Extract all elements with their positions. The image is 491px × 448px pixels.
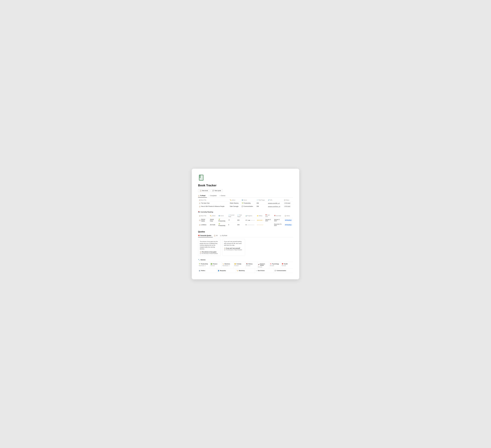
genre-count: No book bbox=[258, 266, 268, 268]
heart-icon: ❤️ bbox=[198, 235, 200, 236]
new-quote-button[interactable]: 💬 New quote bbox=[211, 189, 223, 192]
quotes-tabs: ❤️ Favourite Quotes 📋 All 📖 By Book bbox=[198, 234, 293, 237]
genre-name: 💬 Communication bbox=[274, 270, 292, 271]
cell-status: To read bbox=[283, 205, 293, 208]
cell-total-pages: 336 bbox=[256, 202, 267, 205]
cr-col-progress: 📊Progress bbox=[245, 214, 256, 218]
genre-name: 🧠 Psychology bbox=[270, 263, 280, 265]
tab-to-read[interactable]: 📋 To Read bbox=[198, 194, 207, 198]
genre-name: 🌱 Productivity bbox=[199, 263, 209, 265]
quotes-grid: The winners of any game are the people w… bbox=[198, 239, 245, 256]
genre-icon: 🏛️ bbox=[199, 270, 200, 271]
cell-title: 📋Limitless bbox=[198, 223, 209, 227]
cell-author: Robin Sharma bbox=[229, 202, 241, 205]
tab-all-quotes[interactable]: 📋 All bbox=[214, 234, 219, 237]
cell-author: James Clear bbox=[209, 218, 217, 223]
genre-name: 📚 History bbox=[246, 263, 256, 265]
cell-genre: 🌱 Productivity bbox=[241, 202, 255, 205]
book-icon-small: 📋 bbox=[200, 251, 201, 253]
genres-section: 🔧 Genres 🌱 Productivity Total Books: 3 💹… bbox=[198, 259, 293, 273]
cr-col-author: ✏️Author bbox=[209, 214, 217, 218]
tab-by-book[interactable]: 📖 By Book bbox=[220, 234, 229, 237]
quote-source: 📖 The Almanack of Naval Ravikant bbox=[224, 249, 243, 250]
new-quote-icon: 💬 bbox=[212, 190, 214, 191]
cell-total-pages: 208 bbox=[256, 205, 267, 208]
cell-author: Jim Kwik bbox=[209, 223, 217, 227]
genre-icon: ❤️ bbox=[282, 263, 283, 265]
list-icon: ≡ bbox=[220, 195, 220, 196]
cell-author: Dale Carnegie bbox=[229, 205, 241, 208]
source-icon: 📖 bbox=[224, 249, 225, 250]
tab-genres[interactable]: ≡ Genres bbox=[220, 194, 227, 198]
quotes-title: Quotes bbox=[198, 231, 293, 233]
genre-icon: 📚 bbox=[246, 263, 248, 265]
col-genre: ⚙️Genre bbox=[241, 199, 255, 202]
genre-icon: 😊 bbox=[234, 263, 236, 265]
col-author: ✏️Author bbox=[229, 199, 241, 202]
table-row: 📋Atomic Habits James Clear 🌱 Productivit… bbox=[198, 218, 293, 223]
genre-icon: 🏷️ bbox=[237, 270, 238, 271]
genre-icon: ☁️ bbox=[256, 270, 257, 271]
main-window: Book Tracker 📋 New book 💬 New quote 📋 To… bbox=[192, 169, 299, 279]
tab-completed[interactable]: ✓ Completed bbox=[208, 194, 218, 198]
svg-rect-4 bbox=[200, 175, 203, 175]
cell-title: 📋How to Win Friends & Influence People bbox=[198, 205, 229, 208]
cell-end-date: December 31, 2023 bbox=[273, 223, 284, 227]
to-read-tabs: 📋 To Read ✓ Completed ≡ Genres bbox=[198, 194, 293, 198]
app-title: Book Tracker bbox=[198, 184, 293, 187]
col-total-pages: 📄Total Pages bbox=[256, 199, 267, 202]
col-url: 🔗URL bbox=[267, 199, 283, 202]
quote-title: 📋 If you can't see yourself bbox=[224, 247, 243, 249]
genre-count: Total Books: 1 bbox=[222, 265, 233, 266]
genre-icon: 🏷️ bbox=[222, 263, 224, 265]
genres-row1: 🌱 Productivity Total Books: 3 💹 Finance … bbox=[198, 262, 293, 269]
genre-icon: 🧠 bbox=[270, 263, 272, 265]
genre-name: 🏷️ Marketing bbox=[237, 270, 254, 271]
cell-url[interactable]: amazon.com/How...url bbox=[267, 205, 283, 208]
cr-col-title: 📋Book Title bbox=[198, 214, 209, 218]
new-book-icon: 📋 bbox=[200, 190, 201, 191]
genre-name: 👤 Biography bbox=[218, 270, 235, 271]
currently-reading-section: 📚 Currently Reading 📋Book Title ✏️Author… bbox=[198, 211, 293, 227]
svg-rect-3 bbox=[200, 175, 200, 178]
book-tab-icon: 📖 bbox=[220, 235, 222, 236]
cell-status: Reading bbox=[284, 218, 293, 223]
check-icon: ✓ bbox=[208, 195, 209, 196]
cell-genre: 🌱 Productivity bbox=[217, 223, 227, 227]
to-read-table: 📋Book Title ✏️Author ⚙️Genre 📄Total Page… bbox=[198, 199, 293, 208]
genre-cell: ❤️ Health No book bbox=[281, 262, 293, 269]
genres-row2: 🏛️ Politics 👤 Biography 🏷️ Marketing ☁️ … bbox=[198, 269, 293, 273]
genre-name: 🏛️ Politics bbox=[199, 270, 216, 271]
cell-current-page: 0 bbox=[227, 223, 236, 227]
tab-favourite-quotes[interactable]: ❤️ Favourite Quotes bbox=[198, 234, 213, 237]
cell-total-pages: 344 bbox=[236, 223, 245, 227]
table-row: 📋Limitless Jim Kwik 🌱 Productivity 0 344… bbox=[198, 223, 293, 227]
cell-current-page: 77 bbox=[227, 218, 236, 223]
cell-progress: 0% bbox=[245, 223, 256, 227]
genre-cell: 🏷️ Business Total Books: 1 bbox=[222, 262, 234, 269]
cell-status: To read bbox=[283, 202, 293, 205]
genre-cell: 👤 Biography bbox=[217, 269, 236, 273]
cell-start-date: January 6, 2024 bbox=[264, 218, 273, 223]
genre-icon: 💬 bbox=[274, 270, 276, 271]
new-book-button[interactable]: 📋 New book bbox=[198, 189, 210, 192]
genre-name: ❤️ Health bbox=[282, 263, 292, 265]
cell-status: Reading bbox=[284, 223, 293, 227]
genre-cell: 💬 Communication bbox=[274, 269, 293, 273]
genre-count: No book bbox=[246, 265, 256, 266]
genre-count: No book bbox=[282, 265, 292, 266]
cr-col-current-page: 📄Current Page bbox=[227, 214, 236, 218]
genre-icon: 👤 bbox=[218, 270, 219, 271]
cell-url[interactable]: amazon.com/AM...url bbox=[267, 202, 283, 205]
cr-col-status: 📋Status bbox=[284, 214, 293, 218]
genre-count: Total Books: 3 bbox=[199, 265, 209, 266]
cell-end-date: January 6, 2024 bbox=[273, 218, 284, 223]
cell-rating: ☆☆☆☆☆ bbox=[256, 223, 264, 227]
col-status: 📋Status bbox=[283, 199, 293, 202]
quote-source: 📖 The Almanack of Naval Ravikant bbox=[200, 253, 219, 254]
cell-rating: ★★★★☆ bbox=[256, 218, 264, 223]
col-book-title: 📋Book Title bbox=[198, 199, 229, 202]
genre-cell: 🧠 Psychology No book bbox=[269, 262, 281, 269]
quote-text: The winners of any game are the people w… bbox=[200, 241, 219, 250]
cell-total-pages: 320 bbox=[236, 218, 245, 223]
